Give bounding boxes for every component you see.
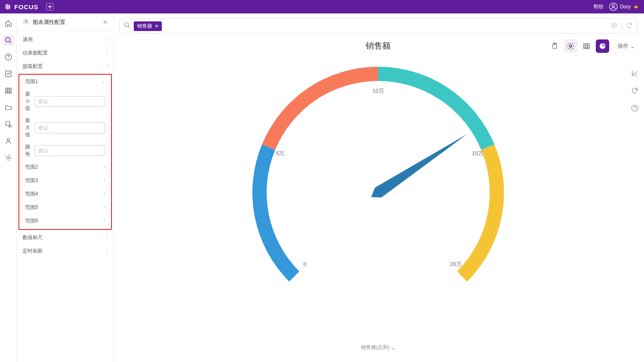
nav-rail bbox=[0, 13, 17, 362]
chevron-down-icon: ⌄ bbox=[101, 78, 105, 84]
cfg-row-label: 范围3 bbox=[25, 177, 38, 184]
help-link[interactable]: 帮助 bbox=[593, 3, 603, 10]
clipboard-icon bbox=[551, 42, 558, 50]
svg-point-48 bbox=[376, 190, 381, 195]
topbar: FOCUS 帮助 Dory bbox=[0, 0, 644, 13]
edit-axis-button[interactable] bbox=[630, 68, 640, 78]
svg-point-4 bbox=[612, 5, 615, 7]
svg-point-12 bbox=[7, 138, 10, 141]
svg-line-32 bbox=[403, 84, 404, 87]
nav-table[interactable] bbox=[3, 86, 13, 96]
config-panel: 图表属性配置 ✕ 通用›仪表图配置›圆弧配置› 范围1 ⌄ 最小值 最大值 bbox=[17, 13, 114, 362]
svg-rect-1 bbox=[7, 4, 8, 9]
chip-remove-icon[interactable]: ✕ bbox=[155, 23, 158, 29]
svg-line-34 bbox=[449, 108, 451, 110]
chevron-right-icon: › bbox=[104, 218, 105, 224]
nav-folder[interactable] bbox=[3, 102, 13, 112]
nav-help[interactable] bbox=[3, 52, 13, 62]
nav-config[interactable] bbox=[3, 119, 13, 129]
cfg-row[interactable]: 范围5› bbox=[19, 201, 111, 214]
svg-line-23 bbox=[272, 226, 275, 227]
svg-text:10万: 10万 bbox=[372, 88, 384, 94]
cfg-range1[interactable]: 范围1 ⌄ bbox=[19, 75, 111, 88]
chart-help-button[interactable] bbox=[630, 103, 640, 113]
nav-home[interactable] bbox=[3, 18, 13, 29]
right-action-bar bbox=[630, 68, 640, 113]
gauge-chart: 05万10万15万20万 bbox=[244, 67, 512, 314]
plus-icon bbox=[48, 5, 52, 9]
range1-color-input[interactable] bbox=[35, 145, 105, 156]
svg-line-39 bbox=[481, 226, 484, 227]
cfg-row-label: 范围6 bbox=[25, 217, 38, 224]
grid-icon bbox=[583, 42, 590, 50]
chart-title: 销售额 bbox=[366, 40, 391, 52]
username: Dory bbox=[620, 4, 631, 10]
cfg-row-label: 范围4 bbox=[25, 190, 38, 198]
clear-search-button[interactable] bbox=[611, 22, 618, 30]
search-icon bbox=[5, 36, 12, 44]
svg-point-14 bbox=[25, 21, 27, 22]
home-icon bbox=[5, 20, 12, 27]
nav-settings[interactable] bbox=[3, 153, 13, 163]
cfg-row[interactable]: 数值标尺› bbox=[17, 231, 114, 244]
cfg-range1-label: 范围1 bbox=[25, 78, 38, 85]
crown-icon bbox=[633, 4, 639, 10]
svg-line-29 bbox=[327, 93, 329, 96]
cfg-row[interactable]: 范围3› bbox=[19, 174, 111, 187]
cfg-row[interactable]: 通用› bbox=[17, 33, 114, 46]
cfg-row-label: 定时刷新 bbox=[23, 247, 43, 255]
svg-line-33 bbox=[428, 93, 429, 96]
nav-user[interactable] bbox=[3, 136, 13, 146]
range1-max-input[interactable] bbox=[35, 122, 105, 133]
search-chip[interactable]: 销售额 ✕ bbox=[134, 21, 162, 31]
content-area: 销售额 ✕ | 操作 ⌄ 销售额 05万10万15万20万 销售额(总和) ⌄ bbox=[114, 13, 644, 362]
user-icon bbox=[5, 137, 12, 145]
svg-text:0: 0 bbox=[304, 261, 306, 267]
close-icon[interactable]: ✕ bbox=[103, 19, 108, 26]
svg-line-40 bbox=[471, 249, 473, 251]
svg-line-27 bbox=[288, 127, 291, 129]
cfg-row[interactable]: 范围2› bbox=[19, 160, 111, 174]
refresh-search-button[interactable] bbox=[626, 22, 633, 30]
chevron-right-icon: › bbox=[104, 204, 105, 210]
chart-config-button[interactable] bbox=[564, 39, 577, 53]
search-chip-label: 销售额 bbox=[137, 23, 152, 30]
search-bar[interactable]: 销售额 ✕ | bbox=[119, 18, 637, 34]
svg-line-30 bbox=[352, 84, 353, 87]
range1-min-input[interactable] bbox=[35, 96, 105, 107]
svg-point-13 bbox=[7, 157, 9, 159]
chevron-right-icon: › bbox=[106, 36, 108, 42]
chevron-down-icon: ⌄ bbox=[630, 43, 635, 49]
cfg-row[interactable]: 仪表图配置› bbox=[17, 46, 114, 60]
table-view-button[interactable] bbox=[580, 39, 593, 53]
nav-search[interactable] bbox=[3, 35, 13, 45]
chevron-right-icon: › bbox=[106, 50, 108, 56]
svg-text:5万: 5万 bbox=[276, 150, 284, 156]
svg-line-28 bbox=[306, 108, 308, 110]
new-tab-button[interactable] bbox=[46, 3, 54, 10]
svg-point-5 bbox=[5, 37, 10, 42]
svg-text:20万: 20万 bbox=[450, 261, 461, 267]
operation-dropdown[interactable]: 操作 ⌄ bbox=[618, 42, 635, 50]
chevron-down-icon: ⌄ bbox=[391, 345, 395, 351]
chevron-right-icon: › bbox=[104, 164, 105, 170]
cfg-row[interactable]: 范围6› bbox=[19, 214, 111, 227]
svg-line-24 bbox=[267, 201, 270, 201]
clipboard-button[interactable] bbox=[548, 39, 561, 53]
chart-view-button[interactable] bbox=[596, 39, 609, 53]
nav-chart[interactable] bbox=[3, 69, 13, 79]
max-label: 最大值 bbox=[25, 117, 31, 138]
chevron-right-icon: › bbox=[106, 63, 108, 69]
cfg-row[interactable]: 范围4› bbox=[19, 187, 111, 201]
svg-line-37 bbox=[486, 175, 488, 175]
svg-point-15 bbox=[125, 23, 128, 26]
cfg-row[interactable]: 圆弧配置› bbox=[17, 60, 114, 73]
cfg-row[interactable]: 定时刷新› bbox=[17, 244, 114, 258]
chart-legend[interactable]: 销售额(总和) ⌄ bbox=[361, 344, 395, 351]
svg-point-11 bbox=[8, 125, 11, 128]
pie-icon bbox=[599, 42, 606, 50]
svg-line-38 bbox=[486, 201, 489, 201]
refresh-chart-button[interactable] bbox=[630, 86, 640, 96]
user-menu[interactable]: Dory bbox=[609, 3, 639, 11]
brand-icon bbox=[5, 3, 12, 10]
